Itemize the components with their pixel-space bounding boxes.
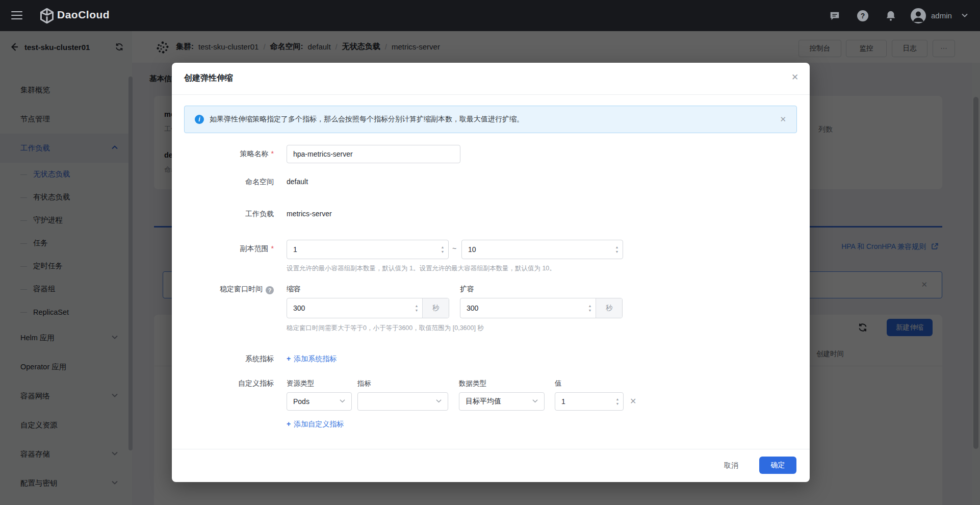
modal-title: 创建弹性伸缩 bbox=[184, 73, 233, 84]
workload-label: 工作负载 bbox=[172, 210, 274, 219]
stepper-up-icon: ▲ bbox=[616, 397, 620, 401]
metric-value-input[interactable] bbox=[555, 397, 612, 406]
modal-header-divider bbox=[172, 94, 810, 95]
plus-icon: + bbox=[287, 420, 291, 428]
data-type-column-label: 数据类型 bbox=[459, 379, 486, 388]
metric-value-stepper: ▲▼ bbox=[555, 392, 624, 411]
resource-type-column-label: 资源类型 bbox=[287, 379, 314, 388]
stepper-down-icon: ▼ bbox=[616, 402, 620, 406]
brand-name: DaoCloud bbox=[57, 9, 110, 21]
stable-window-help-text: 稳定窗口时间需要大于等于0，小于等于3600，取值范围为 [0,3600] 秒 bbox=[287, 324, 484, 333]
data-type-select[interactable]: 目标平均值 bbox=[459, 392, 545, 411]
cancel-button[interactable]: 取消 bbox=[713, 457, 749, 474]
username-label[interactable]: admin bbox=[931, 11, 952, 20]
stable-window-label: 稳定窗口时间? bbox=[172, 285, 274, 294]
scale-out-label: 扩容 bbox=[460, 285, 474, 294]
stepper-down-icon: ▼ bbox=[588, 309, 592, 312]
info-banner-text: 如果弹性伸缩策略指定了多个指标，那么会按照每个指标分别计算扩缩副本数，取最大值进… bbox=[210, 115, 774, 124]
stepper-up-icon: ▲ bbox=[615, 245, 619, 249]
system-metrics-label: 系统指标 bbox=[172, 355, 274, 364]
replicas-max-stepper: ▲▼ bbox=[461, 240, 623, 259]
messages-icon[interactable] bbox=[829, 10, 840, 21]
add-custom-metric-link[interactable]: +添加自定义指标 bbox=[287, 420, 344, 429]
replicas-min-stepper: ▲▼ bbox=[287, 240, 449, 259]
replicas-help-text: 设置允许的最小容器组副本数量，默认值为 1。设置允许的最大容器组副本数量，默认值… bbox=[287, 264, 556, 273]
chevron-down-icon bbox=[532, 399, 538, 405]
daocloud-logo-icon bbox=[40, 8, 54, 23]
scale-in-stepper: ▲▼ 秒 bbox=[287, 298, 449, 318]
help-icon[interactable]: ? bbox=[857, 10, 868, 21]
remove-metric-icon[interactable]: ✕ bbox=[630, 396, 636, 406]
stepper-arrows[interactable]: ▲▼ bbox=[437, 245, 448, 254]
namespace-value: default bbox=[287, 178, 308, 186]
question-help-icon[interactable]: ? bbox=[266, 286, 274, 294]
value-column-label: 值 bbox=[555, 379, 562, 388]
custom-metrics-label: 自定义指标 bbox=[172, 379, 274, 388]
seconds-unit: 秒 bbox=[422, 298, 449, 318]
scale-out-stepper: ▲▼ 秒 bbox=[460, 298, 623, 318]
stepper-down-icon: ▼ bbox=[415, 309, 419, 312]
create-hpa-modal: 创建弹性伸缩 ✕ i 如果弹性伸缩策略指定了多个指标，那么会按照每个指标分别计算… bbox=[172, 63, 810, 482]
info-banner: i 如果弹性伸缩策略指定了多个指标，那么会按照每个指标分别计算扩缩副本数，取最大… bbox=[184, 106, 797, 133]
range-separator: ~ bbox=[452, 244, 456, 252]
policy-name-input[interactable] bbox=[287, 145, 460, 163]
replicas-range-label: 副本范围* bbox=[172, 244, 274, 254]
stepper-arrows[interactable]: ▲▼ bbox=[584, 304, 596, 312]
stepper-arrows[interactable]: ▲▼ bbox=[611, 245, 623, 254]
stepper-arrows[interactable]: ▲▼ bbox=[612, 397, 623, 406]
close-icon[interactable]: ✕ bbox=[780, 115, 786, 124]
required-mark: * bbox=[271, 149, 274, 158]
add-system-metric-link[interactable]: +添加系统指标 bbox=[287, 355, 337, 364]
stepper-arrows[interactable]: ▲▼ bbox=[411, 304, 422, 312]
workload-value: metrics-server bbox=[287, 210, 332, 218]
metric-column-label: 指标 bbox=[357, 379, 371, 388]
stepper-up-icon: ▲ bbox=[441, 245, 445, 249]
scale-in-input[interactable] bbox=[287, 304, 411, 312]
chevron-down-icon bbox=[340, 399, 345, 405]
required-mark: * bbox=[271, 244, 274, 252]
notifications-bell-icon[interactable] bbox=[885, 10, 896, 21]
replicas-max-input[interactable] bbox=[462, 245, 611, 254]
chevron-down-icon bbox=[436, 399, 442, 405]
stepper-down-icon: ▼ bbox=[615, 250, 619, 254]
metric-select[interactable] bbox=[357, 392, 448, 411]
chevron-down-icon[interactable] bbox=[962, 13, 968, 17]
hamburger-menu-icon[interactable] bbox=[11, 11, 22, 19]
user-avatar[interactable] bbox=[911, 8, 926, 23]
resource-type-select[interactable]: Pods bbox=[287, 392, 352, 411]
plus-icon: + bbox=[287, 355, 291, 363]
modal-footer-divider bbox=[172, 449, 810, 449]
stepper-down-icon: ▼ bbox=[441, 250, 445, 254]
namespace-label: 命名空间 bbox=[172, 178, 274, 187]
scale-out-input[interactable] bbox=[460, 304, 584, 312]
info-icon: i bbox=[195, 115, 204, 124]
stepper-up-icon: ▲ bbox=[415, 304, 419, 308]
confirm-button[interactable]: 确定 bbox=[759, 457, 796, 474]
stepper-up-icon: ▲ bbox=[588, 304, 592, 308]
policy-name-label: 策略名称* bbox=[172, 149, 274, 159]
scale-in-label: 缩容 bbox=[287, 285, 301, 294]
close-icon[interactable]: ✕ bbox=[789, 71, 801, 84]
topbar: DaoCloud ? admin bbox=[0, 0, 980, 31]
replicas-min-input[interactable] bbox=[287, 245, 437, 254]
seconds-unit: 秒 bbox=[596, 298, 622, 318]
